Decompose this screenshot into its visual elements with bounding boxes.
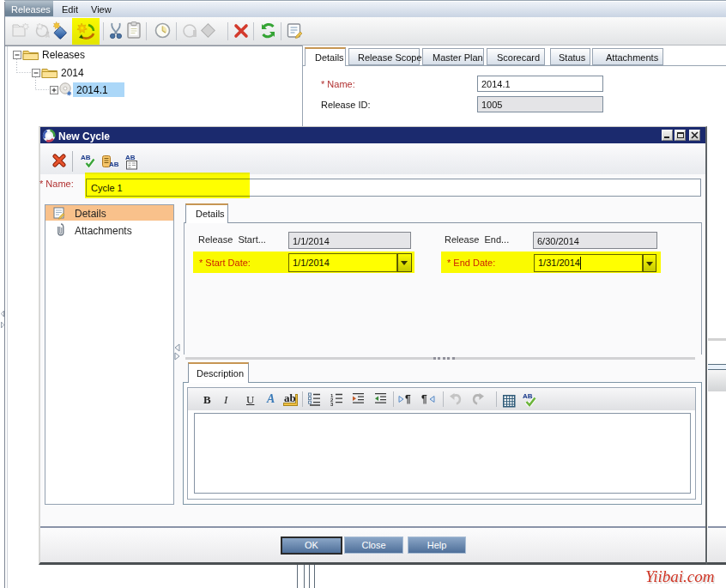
svg-text:3: 3 — [330, 402, 334, 406]
